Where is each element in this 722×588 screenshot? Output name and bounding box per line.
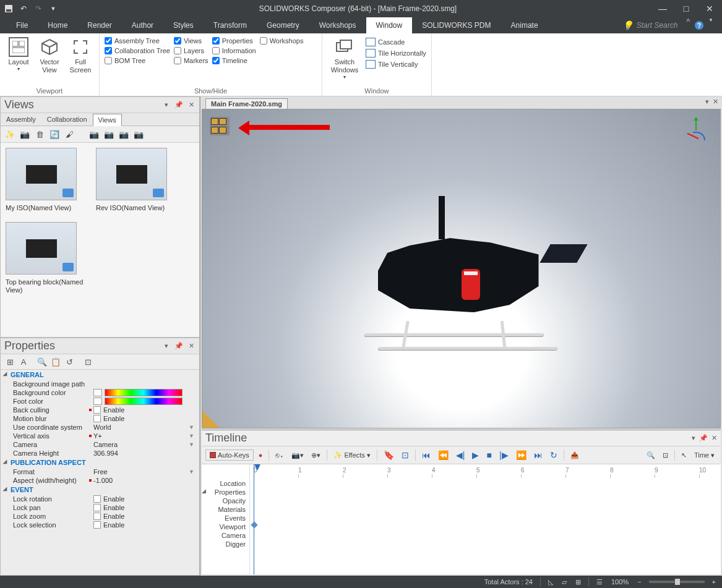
timeline-track-label[interactable]: Camera: [204, 531, 247, 540]
zoom-slider[interactable]: [649, 581, 705, 583]
showhide-properties[interactable]: Properties: [212, 37, 256, 45]
timeline-track-label[interactable]: Location: [204, 479, 247, 488]
stop-icon[interactable]: ■: [484, 449, 494, 461]
prop-neutral-icon[interactable]: ⊡: [82, 356, 93, 367]
help-dropdown-icon[interactable]: ▼: [706, 17, 716, 33]
go-end-icon[interactable]: ⏭: [531, 449, 545, 461]
tl-fit-all-icon[interactable]: ⊡: [660, 450, 671, 461]
panel-close-icon[interactable]: ✕: [187, 342, 196, 350]
tab-assembly[interactable]: Assembly: [1, 113, 41, 126]
document-tab[interactable]: Main Frame-2020.smg: [205, 98, 288, 109]
view-thumbnail[interactable]: My ISO(Named View): [6, 148, 86, 212]
rewind-icon[interactable]: ⏪: [436, 449, 451, 461]
timeline-track-label[interactable]: Materials: [204, 505, 247, 514]
play-icon[interactable]: ▶: [470, 449, 481, 461]
tl-digger-icon[interactable]: ⊕▾: [309, 450, 323, 461]
delete-view-icon[interactable]: 🗑: [34, 129, 45, 140]
showhide-assembly-tree[interactable]: Assembly Tree: [105, 37, 170, 45]
showhide-markers[interactable]: Markers: [174, 57, 208, 64]
property-value[interactable]: Enable: [93, 415, 198, 422]
showhide-workshops[interactable]: Workshops: [260, 37, 304, 45]
view-triad[interactable]: [682, 118, 709, 145]
layout-button[interactable]: Layout▾: [5, 36, 32, 74]
menu-author[interactable]: Author: [122, 17, 163, 33]
3d-viewport[interactable]: [202, 109, 721, 428]
tl-location-icon[interactable]: ⎋▾: [273, 450, 286, 460]
checkbox[interactable]: [105, 47, 112, 54]
timeline-track-label[interactable]: Viewport: [204, 522, 247, 531]
cam4-icon[interactable]: 📷: [133, 129, 144, 140]
qat-dropdown-icon[interactable]: ▼: [47, 2, 59, 15]
sb-perspective-icon[interactable]: ▱: [561, 578, 568, 586]
menu-home[interactable]: Home: [38, 17, 77, 33]
property-row[interactable]: Lock zoom Enable: [1, 512, 199, 521]
cam2-icon[interactable]: 📷: [103, 129, 114, 140]
sb-triangle-icon[interactable]: ◺: [547, 578, 554, 586]
checkbox[interactable]: [93, 406, 101, 414]
undo-icon[interactable]: ↶: [17, 2, 30, 15]
property-value[interactable]: [93, 398, 198, 405]
panel-close-icon[interactable]: ✕: [711, 434, 717, 442]
showhide-bom-tree[interactable]: BOM Tree: [105, 57, 170, 64]
checkbox[interactable]: [93, 513, 101, 520]
search-box[interactable]: 💡Start Search: [616, 17, 684, 33]
checkbox[interactable]: [212, 47, 220, 54]
showhide-timeline[interactable]: Timeline: [212, 57, 256, 64]
redo-icon[interactable]: ↷: [32, 2, 45, 15]
checkbox[interactable]: [260, 37, 267, 45]
corner-icon[interactable]: [202, 411, 220, 428]
view-thumbnail[interactable]: Top bearing block(Named View): [6, 222, 86, 294]
checkbox[interactable]: [174, 57, 181, 64]
vector-view-button[interactable]: Vector View: [36, 36, 63, 75]
prop-copy-icon[interactable]: 📋: [50, 356, 61, 367]
tl-camera-icon[interactable]: 📷▾: [289, 450, 306, 461]
menu-styles[interactable]: Styles: [163, 17, 204, 33]
auto-keys-button[interactable]: Auto-Keys: [205, 450, 254, 461]
view-thumbnail[interactable]: Rev ISO(Named View): [96, 148, 176, 212]
property-row[interactable]: Lock selection Enable: [1, 521, 199, 529]
property-value[interactable]: Enable: [93, 521, 198, 529]
property-value[interactable]: Enable: [93, 513, 198, 520]
property-row[interactable]: Vertical axisY+▼: [1, 432, 199, 440]
tab-views[interactable]: Views: [93, 114, 122, 126]
property-value[interactable]: Enable: [93, 504, 198, 511]
zoom-in-icon[interactable]: +: [711, 578, 717, 586]
next-frame-icon[interactable]: |▶: [497, 449, 511, 461]
checkbox[interactable]: [93, 415, 101, 422]
brush-icon[interactable]: 🖌: [64, 129, 75, 140]
doc-options-icon[interactable]: ▾: [705, 98, 709, 106]
showhide-information[interactable]: Information: [212, 47, 256, 54]
checkbox[interactable]: [212, 37, 220, 45]
switch-windows-button[interactable]: Switch Windows▾: [327, 36, 362, 82]
checkbox[interactable]: [93, 495, 101, 503]
property-value[interactable]: [93, 389, 198, 396]
menu-transform[interactable]: Transform: [204, 17, 257, 33]
property-row[interactable]: Camera Height306.994: [1, 449, 199, 458]
menu-file[interactable]: File: [6, 17, 38, 33]
menu-render[interactable]: Render: [77, 17, 121, 33]
property-value[interactable]: -1.000: [93, 477, 198, 484]
property-row[interactable]: Aspect (width/height)-1.000: [1, 476, 199, 485]
keyframe[interactable]: [251, 521, 257, 528]
tile-vertical-button[interactable]: Tile Vertically: [366, 59, 426, 69]
property-row[interactable]: Back culling Enable: [1, 406, 199, 414]
cascade-button[interactable]: Cascade: [366, 37, 426, 47]
property-group-header[interactable]: EVENT: [1, 485, 199, 495]
color-bar[interactable]: [105, 398, 183, 405]
property-value[interactable]: World▼: [93, 424, 198, 431]
timeline-ruler[interactable]: 012345678910: [250, 464, 721, 574]
tab-collaboration[interactable]: Collaboration: [41, 113, 93, 126]
set-key-icon[interactable]: ●: [256, 450, 265, 460]
checkbox[interactable]: [212, 57, 220, 64]
go-start-icon[interactable]: ⏮: [419, 449, 433, 461]
property-row[interactable]: Foot color: [1, 397, 199, 406]
color-swatch[interactable]: [93, 398, 102, 405]
menu-workshops[interactable]: Workshops: [309, 17, 366, 33]
help-icon[interactable]: ?: [695, 21, 703, 30]
property-value[interactable]: 306.994: [93, 450, 198, 457]
property-value[interactable]: Y+▼: [93, 432, 198, 440]
property-value[interactable]: Enable: [93, 495, 198, 503]
property-row[interactable]: Lock pan Enable: [1, 503, 199, 512]
sb-grid-icon[interactable]: ⊞: [574, 578, 582, 586]
color-bar[interactable]: [105, 389, 183, 396]
